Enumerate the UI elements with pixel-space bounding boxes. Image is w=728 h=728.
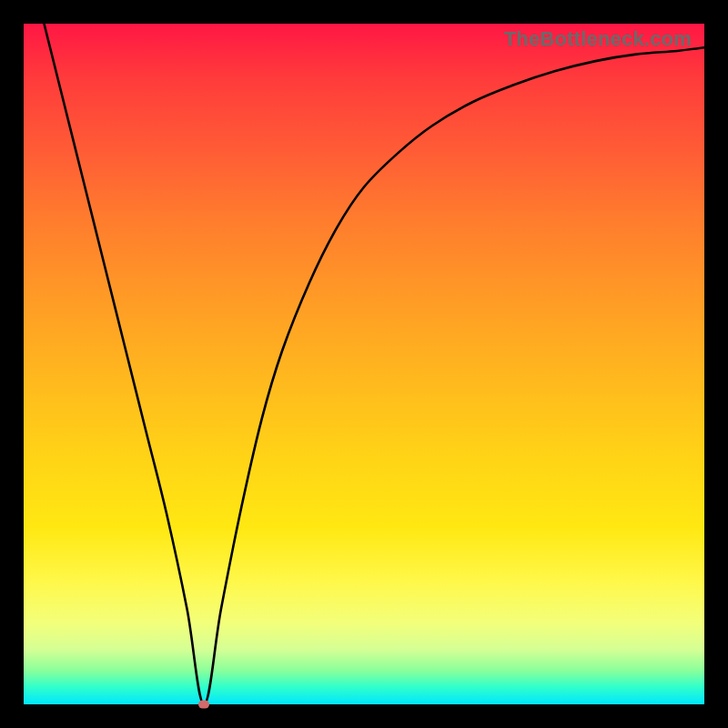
chart-frame: TheBottleneck.com (0, 0, 728, 728)
plot-area: TheBottleneck.com (24, 24, 704, 704)
curve-svg (24, 24, 704, 704)
bottleneck-curve (44, 24, 704, 704)
optimum-marker (198, 701, 209, 709)
